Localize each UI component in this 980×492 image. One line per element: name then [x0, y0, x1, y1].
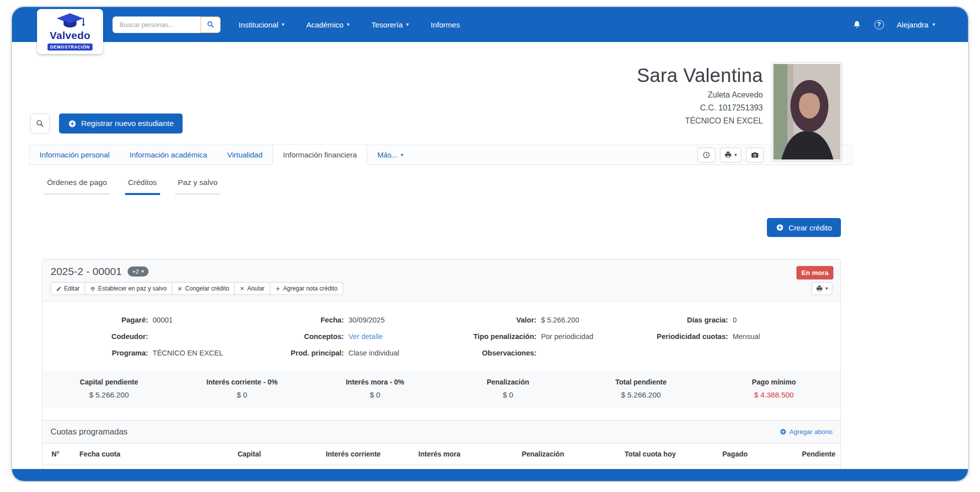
history-button[interactable]	[697, 148, 715, 162]
create-credit-button[interactable]: Crear crédito	[767, 218, 841, 237]
summary-value: $ 0	[176, 390, 309, 399]
search-student-button[interactable]	[30, 114, 50, 134]
financial-subtabs: Órdenes de pago Créditos Paz y salvo	[44, 178, 968, 195]
detail-value: Por periodicidad	[536, 331, 593, 342]
chevron-down-icon: ▾	[825, 286, 828, 291]
toolbar-label: Anular	[247, 285, 265, 292]
edit-credit-button[interactable]: Editar	[51, 282, 85, 295]
menu-tesoreria[interactable]: Tesorería ▾	[371, 20, 409, 29]
tab-informacion-financiera[interactable]: Información financiera	[273, 145, 368, 165]
tab-label: Más...	[377, 150, 398, 159]
help-button[interactable]: ?	[874, 20, 884, 30]
photo-button[interactable]	[746, 148, 764, 162]
profile-tabs: Información personal Información académi…	[29, 144, 853, 165]
student-actions: Registrar nuevo estudiante	[30, 114, 183, 134]
status-badge: En mora	[796, 266, 833, 280]
credit-print-button[interactable]: ▾	[811, 282, 832, 295]
column-header: Penalización	[465, 444, 569, 465]
summary-value: $ 5.266.200	[574, 390, 707, 399]
credit-title: 2025-2 - 00001	[51, 266, 122, 278]
subtab-paz-y-salvo[interactable]: Paz y salvo	[175, 178, 221, 195]
detail-value: 30/09/2025	[344, 314, 385, 326]
freeze-icon	[177, 286, 183, 292]
freeze-credit-button[interactable]: Congelar crédito	[172, 282, 235, 295]
subtab-ordenes-de-pago[interactable]: Órdenes de pago	[44, 178, 110, 195]
chevron-down-icon: ▾	[734, 152, 737, 158]
detail-value: $ 5.266.200	[536, 314, 579, 326]
tab-virtualidad[interactable]: Virtualidad	[217, 145, 273, 164]
subtab-creditos[interactable]: Créditos	[125, 178, 160, 195]
add-credit-note-button[interactable]: Agregar nota crédito	[270, 282, 343, 295]
tab-label: Información financiera	[283, 150, 357, 159]
create-credit-row: Crear crédito	[12, 218, 841, 237]
add-payment-link[interactable]: Agregar abono	[780, 428, 832, 436]
add-payment-label: Agregar abono	[789, 428, 832, 436]
subtab-label: Créditos	[128, 178, 157, 186]
summary-label: Interés mora - 0%	[309, 378, 442, 386]
main-menu: Institucional ▾ Académico ▾ Tesorería ▾ …	[239, 20, 460, 29]
summary-label: Pago mínimo	[707, 378, 840, 386]
detail-value	[148, 331, 153, 342]
column-header: Interés mora	[386, 444, 466, 465]
menu-informes[interactable]: Informes	[431, 20, 460, 29]
credit-card-header: 2025-2 - 00001 +2 ▾ En mora Editar	[43, 260, 840, 302]
chevron-down-icon: ▾	[406, 22, 409, 27]
summary-label: Interés corriente - 0%	[176, 378, 309, 386]
column-header: N°	[43, 444, 75, 465]
app-logo[interactable]: Valvedo DEMOSTRACIÓN	[37, 9, 103, 54]
detail-value: Mensual	[728, 331, 760, 342]
detail-label: Valor:	[441, 314, 536, 326]
student-page: Sara Valentina Zuleta Acevedo C.C. 10172…	[12, 42, 968, 482]
credit-selector[interactable]: +2 ▾	[128, 266, 148, 276]
notifications-button[interactable]	[852, 20, 861, 29]
student-id: C.C. 1017251393	[637, 104, 763, 112]
user-menu[interactable]: Alejandra ▾	[897, 20, 935, 29]
tab-informacion-personal[interactable]: Información personal	[30, 145, 120, 164]
pencil-icon	[56, 286, 62, 292]
graduation-cap-icon	[55, 12, 86, 30]
detail-label: Codeudor:	[51, 331, 148, 342]
search-button[interactable]	[201, 16, 221, 33]
ver-detalle-link[interactable]: Ver detalle	[344, 331, 383, 342]
summary-value: $ 0	[309, 390, 442, 399]
credit-toolbar: Editar Establecer en paz y salvo	[51, 282, 343, 295]
detail-label: Fecha:	[238, 314, 344, 326]
column-header: Total cuota hoy	[569, 444, 681, 465]
detail-value	[536, 348, 541, 359]
tab-mas[interactable]: Más... ▾	[367, 145, 413, 164]
chevron-down-icon: ▾	[282, 22, 284, 27]
summary-label: Penalización	[441, 378, 574, 386]
portrait-image	[773, 64, 840, 160]
detail-label: Tipo penalización:	[441, 331, 536, 342]
detail-label: Periodicidad cuotas:	[652, 331, 728, 342]
chevron-down-icon: ▾	[347, 22, 349, 27]
tab-informacion-academica[interactable]: Información académica	[120, 145, 217, 164]
print-button[interactable]: ▾	[720, 148, 741, 162]
menu-academico[interactable]: Académico ▾	[306, 20, 349, 29]
set-paz-y-salvo-button[interactable]: Establecer en paz y salvo	[85, 282, 172, 295]
bottom-bar	[12, 469, 968, 481]
column-header: Pendiente	[753, 444, 840, 465]
detail-label: Días gracia:	[652, 314, 728, 326]
printer-icon	[816, 285, 823, 292]
app-window: Valvedo DEMOSTRACIÓN Institucional ▾ Aca…	[11, 6, 969, 482]
detail-label: Prod. principal:	[238, 348, 344, 359]
x-icon	[240, 286, 245, 291]
cancel-credit-button[interactable]: Anular	[235, 282, 270, 295]
table-header-row: N° Fecha cuota Capital Interés corriente…	[43, 444, 840, 465]
user-name: Alejandra	[897, 20, 928, 29]
menu-label: Académico	[306, 20, 343, 29]
navbar-right: ? Alejandra ▾	[852, 20, 935, 30]
menu-institucional[interactable]: Institucional ▾	[239, 20, 284, 29]
toolbar-label: Congelar crédito	[185, 285, 229, 292]
logo-demo-badge: DEMOSTRACIÓN	[48, 44, 93, 50]
installments-title: Cuotas programadas	[51, 427, 128, 436]
chevron-down-icon: ▾	[142, 269, 144, 274]
credit-summary: Capital pendiente$ 5.266.200 Interés cor…	[43, 371, 840, 408]
profile-tab-tools: ▾	[697, 148, 764, 162]
toolbar-label: Editar	[64, 285, 80, 292]
chevron-down-icon: ▾	[401, 152, 403, 158]
detail-label: Observaciones:	[441, 348, 536, 359]
search-input[interactable]	[113, 16, 201, 33]
register-student-button[interactable]: Registrar nuevo estudiante	[59, 114, 183, 134]
